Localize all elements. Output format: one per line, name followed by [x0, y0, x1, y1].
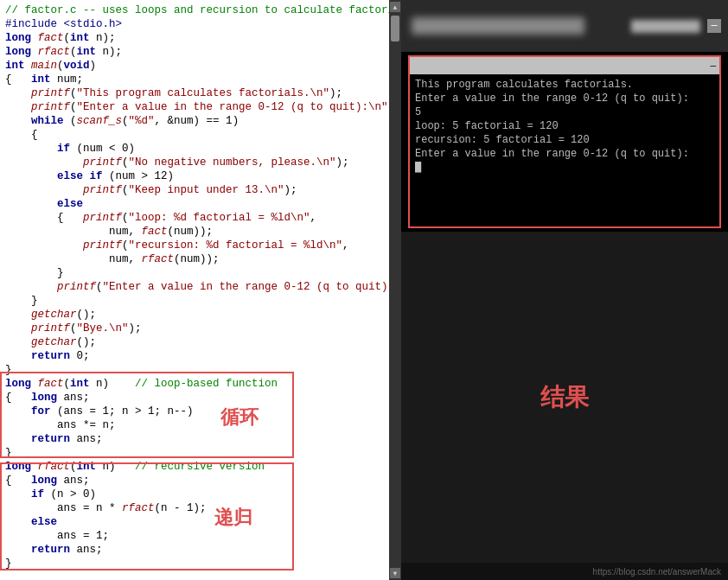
- terminal-content: This program calculates factorials. Ente…: [410, 74, 719, 226]
- terminal-line: recursion: 5 factorial = 120: [415, 133, 714, 147]
- minimize-button[interactable]: —: [707, 19, 721, 33]
- terminal-line: loop: 5 factorial = 120: [415, 119, 714, 133]
- blurred-header-text: [412, 17, 584, 35]
- watermark-text: https://blog.csdn.net/answerMack: [593, 567, 721, 577]
- terminal-header-area: —: [401, 0, 728, 52]
- watermark-area: https://blog.csdn.net/answerMack: [401, 563, 728, 580]
- terminal-title-bar: —: [410, 57, 719, 74]
- scroll-thumb[interactable]: [391, 16, 399, 41]
- terminal-cursor: █: [415, 161, 714, 175]
- recur-annotation-label: 递归: [214, 505, 252, 531]
- scroll-down-button[interactable]: ▼: [390, 568, 400, 578]
- terminal-minimize[interactable]: —: [710, 61, 716, 71]
- result-label: 结果: [540, 381, 589, 414]
- terminal-line: This program calculates factorials.: [415, 78, 714, 92]
- terminal-line: Enter a value in the range 0-12 (q to qu…: [415, 147, 714, 161]
- right-panel: — — This program calculates factorials. …: [401, 0, 728, 580]
- loop-annotation-label: 循环: [220, 405, 259, 430]
- scroll-up-button[interactable]: ▲: [390, 2, 400, 12]
- blurred-header-right: [631, 20, 700, 33]
- terminal-line: 5: [415, 105, 714, 119]
- result-label-area: 结果: [401, 232, 728, 563]
- center-scrollbar[interactable]: ▲ ▼: [389, 0, 401, 580]
- terminal-line: Enter a value in the range 0-12 (q to qu…: [415, 92, 714, 105]
- terminal-window: — This program calculates factorials. En…: [408, 55, 721, 228]
